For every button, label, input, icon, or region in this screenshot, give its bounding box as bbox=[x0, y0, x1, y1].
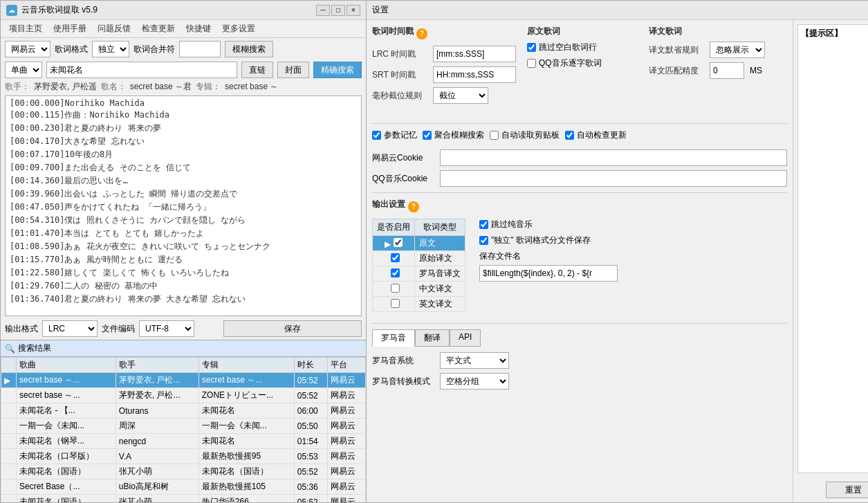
auto-clipboard-label[interactable]: 自动读取剪贴板 bbox=[490, 129, 560, 141]
result-artist: 周深 bbox=[116, 419, 198, 434]
qq-char-checkbox[interactable] bbox=[527, 59, 536, 68]
menu-home[interactable]: 项目主页 bbox=[3, 21, 48, 36]
col-duration: 时长 bbox=[294, 358, 327, 373]
output-right-section: 跳过纯音乐 "独立" 歌词格式分文件保存 保存文件名 bbox=[479, 219, 787, 318]
romaji-system-select[interactable]: 平文式 bbox=[440, 352, 509, 369]
srt-time-input[interactable] bbox=[433, 66, 516, 83]
precise-search-button[interactable]: 精确搜索 bbox=[313, 62, 362, 78]
output-enabled-checkbox[interactable] bbox=[391, 253, 400, 262]
output-enabled-checkbox[interactable] bbox=[391, 299, 400, 308]
qq-cookie-input[interactable] bbox=[440, 170, 787, 187]
translated-lyrics-title: 译文歌词 bbox=[649, 26, 682, 36]
result-song: secret base ～... bbox=[17, 373, 116, 388]
output-table-row[interactable]: 英文译文 bbox=[373, 297, 465, 312]
truncate-select[interactable]: 截位 bbox=[433, 87, 488, 104]
search-result-row[interactable]: 未闻花名（口琴版） V.A 最新热歌慢摇95 05:53 网易云 bbox=[1, 449, 366, 464]
menu-more[interactable]: 更多设置 bbox=[216, 21, 261, 36]
cover-button[interactable]: 封面 bbox=[277, 62, 309, 78]
output-enabled-checkbox[interactable] bbox=[394, 238, 403, 247]
lyrics-line: [00:00.000]Norihiko Machida bbox=[7, 98, 360, 109]
romaji-mode-select[interactable]: 空格分组 bbox=[440, 373, 509, 390]
output-settings-help[interactable]: ? bbox=[408, 201, 419, 212]
original-lyrics-section: 原文歌词 跳过空白歌词行 QQ音乐逐字歌词 bbox=[527, 26, 638, 108]
direct-link-button[interactable]: 直链 bbox=[241, 62, 273, 78]
lrc-time-input[interactable] bbox=[433, 46, 516, 62]
row-arrow bbox=[1, 479, 17, 495]
fuzzy-search-button[interactable]: 模糊搜索 bbox=[225, 41, 273, 57]
search-result-row[interactable]: ▶ secret base ～... 茅野爱衣, 戸松... secret ba… bbox=[1, 373, 366, 388]
lyrics-time-help[interactable]: ? bbox=[416, 28, 427, 39]
filename-input[interactable] bbox=[479, 265, 618, 282]
standalone-save-checkbox[interactable] bbox=[479, 236, 488, 245]
search-result-row[interactable]: 未闻花名（国语） 张芃小萌 未闻花名（国语） 05:52 网易云 bbox=[1, 464, 366, 479]
auto-update-label[interactable]: 自动检查更新 bbox=[565, 129, 627, 141]
file-encoding-select[interactable]: UTF-8 bbox=[139, 320, 194, 337]
output-format-select[interactable]: LRC bbox=[42, 320, 98, 337]
save-lyrics-button[interactable]: 保存 bbox=[223, 320, 362, 337]
output-enabled-checkbox[interactable] bbox=[391, 268, 400, 277]
app-settings-section: 参数记忆 聚合模糊搜索 自动读取剪贴板 自动检查更新 bbox=[372, 129, 787, 141]
netease-cookie-input[interactable] bbox=[440, 149, 787, 166]
search-result-row[interactable]: 未闻花名（国语） 张芃小萌 热门华语266 05:52 网易云 bbox=[1, 495, 366, 503]
output-arrow-cell bbox=[373, 297, 415, 312]
standalone-save-label[interactable]: "独立" 歌词格式分文件保存 bbox=[479, 235, 787, 246]
search-input[interactable] bbox=[46, 62, 237, 78]
menu-manual[interactable]: 使用手册 bbox=[48, 21, 92, 36]
fuzzy-search-checkbox[interactable] bbox=[423, 131, 432, 140]
reset-button[interactable]: 重置 bbox=[826, 482, 868, 498]
output-table-row[interactable]: 原始译文 bbox=[373, 251, 465, 266]
auto-clipboard-checkbox[interactable] bbox=[490, 131, 499, 140]
output-table-row[interactable]: 中文译文 bbox=[373, 282, 465, 297]
auto-clipboard-text: 自动读取剪贴板 bbox=[501, 129, 560, 141]
tab-romaji[interactable]: 罗马音 bbox=[372, 329, 415, 347]
close-button[interactable]: × bbox=[347, 5, 360, 16]
skip-pure-music-label[interactable]: 跳过纯音乐 bbox=[479, 219, 787, 230]
search-result-row[interactable]: 未闻花名 - 【... Oturans 未闻花名 06:00 网易云 bbox=[1, 403, 366, 419]
maximize-button[interactable]: □ bbox=[331, 5, 345, 16]
fuzzy-search-label[interactable]: 聚合模糊搜索 bbox=[423, 129, 484, 141]
skip-blank-checkbox[interactable] bbox=[527, 43, 536, 52]
hint-title: 【提示区】 bbox=[801, 28, 868, 39]
skip-pure-music-checkbox[interactable] bbox=[479, 220, 488, 229]
output-row: 输出格式 LRC 文件编码 UTF-8 保存 bbox=[1, 318, 366, 340]
menu-shortcuts[interactable]: 快捷键 bbox=[181, 21, 216, 36]
tab-api[interactable]: API bbox=[450, 329, 481, 347]
left-title-bar: ☁ 云音乐歌词提取 v5.9 ─ □ × bbox=[1, 1, 366, 20]
combine-input[interactable] bbox=[179, 41, 221, 57]
search-result-row[interactable]: secret base ～... 茅野爱衣, 戸松... ZONEトリビュー..… bbox=[1, 388, 366, 403]
result-platform: 网易云 bbox=[327, 449, 365, 464]
title-bar-controls: ─ □ × bbox=[316, 5, 360, 16]
result-duration: 01:54 bbox=[294, 434, 327, 449]
default-rule-row: 译文默省规则 忽略展示 bbox=[649, 42, 787, 58]
original-lyrics-title: 原文歌词 bbox=[527, 26, 560, 36]
skip-blank-label[interactable]: 跳过空白歌词行 bbox=[527, 42, 638, 53]
menu-feedback[interactable]: 问题反馈 bbox=[92, 21, 136, 36]
params-memory-label[interactable]: 参数记忆 bbox=[372, 129, 417, 141]
params-memory-checkbox[interactable] bbox=[372, 131, 381, 140]
auto-update-checkbox[interactable] bbox=[565, 131, 574, 140]
output-enabled-checkbox[interactable] bbox=[391, 284, 400, 293]
qq-char-label[interactable]: QQ音乐逐字歌词 bbox=[527, 57, 638, 69]
lyrics-format-select[interactable]: 独立 bbox=[92, 41, 129, 57]
row-arrow: ▶ bbox=[1, 373, 17, 388]
tab-translate[interactable]: 翻译 bbox=[415, 329, 450, 347]
lyrics-area[interactable]: [00:00.000]Norihiko Machida[00:00.115]作曲… bbox=[5, 95, 362, 316]
output-settings-section: 输出设置 ? 是否启用 歌词类型 bbox=[372, 199, 787, 318]
result-album: 最新热歌慢摇105 bbox=[198, 479, 294, 495]
platform-select[interactable]: 网易云 bbox=[5, 41, 50, 57]
search-type-select[interactable]: 单曲 bbox=[5, 62, 42, 78]
output-table: 是否启用 歌词类型 ▶ 原文 原始译文 罗马音译文 中文译文 英文译文 bbox=[372, 219, 465, 312]
result-song: 未闻花名（国语） bbox=[17, 464, 116, 479]
search-result-row[interactable]: Secret Base（... uBio高尾和树 最新热歌慢摇105 05:36… bbox=[1, 479, 366, 495]
artist-label: 歌手： bbox=[5, 81, 30, 93]
output-table-row[interactable]: ▶ 原文 bbox=[373, 236, 465, 251]
netease-cookie-label: 网易云Cookie bbox=[372, 152, 434, 164]
default-rule-select[interactable]: 忽略展示 bbox=[710, 42, 765, 58]
match-precision-input[interactable] bbox=[710, 62, 744, 79]
search-result-row[interactable]: 未闻花名（钢琴... nengcd 未闻花名 01:54 网易云 bbox=[1, 434, 366, 449]
menu-update[interactable]: 检查更新 bbox=[136, 21, 181, 36]
output-table-row[interactable]: 罗马音译文 bbox=[373, 266, 465, 282]
minimize-button[interactable]: ─ bbox=[316, 5, 330, 16]
search-result-row[interactable]: 一期一会《未闻... 周深 一期一会《未闻... 05:50 网易云 bbox=[1, 419, 366, 434]
search-results-body[interactable]: 歌曲 歌手 专辑 时长 平台 ▶ secret base ～... 茅野爱衣, … bbox=[1, 357, 366, 502]
